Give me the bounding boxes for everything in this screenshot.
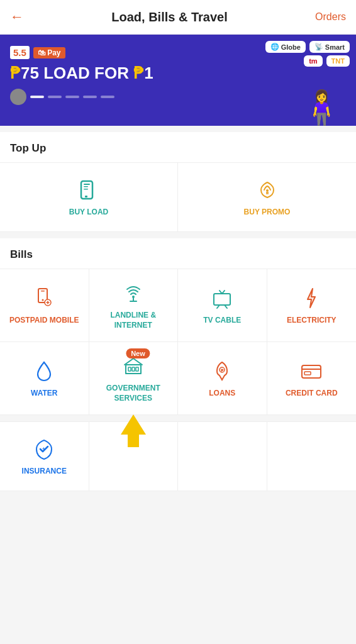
new-badge: New [126,348,150,358]
orders-button[interactable]: Orders [315,11,346,23]
svg-rect-24 [136,367,138,371]
svg-rect-3 [84,189,88,190]
tv-cable-icon [209,286,235,311]
loans-item[interactable]: ₱ LOANS [178,342,267,415]
buy-promo-icon [255,177,280,203]
government-services-item[interactable]: New GOVERNMENT SERVICES [89,342,179,415]
arrow-indicator [121,414,146,447]
header: ← Load, Bills & Travel Orders [0,0,356,35]
svg-rect-4 [85,196,87,197]
electricity-item[interactable]: ELECTRICITY [267,269,357,342]
postpaid-mobile-item[interactable]: POSTPAID MOBILE [0,269,89,342]
bills-grid: POSTPAID MOBILE LANDLINE & INTERNET TV [0,269,356,415]
top-up-grid: BUY LOAD BUY PROMO [0,162,356,232]
page-title: Load, Bills & Travel [111,10,228,25]
insurance-item[interactable]: + INSURANCE [0,422,89,491]
sale-tag: 5.5 [10,46,30,59]
buy-promo-item[interactable]: BUY PROMO [178,163,356,232]
landline-internet-item[interactable]: LANDLINE & INTERNET [89,269,179,342]
top-up-title: Top Up [0,142,356,162]
svg-rect-30 [304,372,311,375]
insurance-label: INSURANCE [22,467,67,477]
credit-card-item[interactable]: CREDIT CARD [267,342,357,415]
insurance-icon: + [31,436,57,462]
dot-5 [101,96,114,98]
government-label: GOVERNMENT SERVICES [94,384,173,403]
tv-cable-label: TV CABLE [203,316,241,326]
postpaid-icon [31,286,57,311]
promo-text: ₱75 LOAD FOR ₱1 [10,64,346,82]
dot-1 [30,96,44,98]
back-button[interactable]: ← [10,9,24,25]
water-item[interactable]: WATER [0,342,89,415]
svg-point-11 [42,299,44,301]
empty-cell-2 [178,422,267,491]
banner-avatar [10,89,26,105]
banner-dots [10,89,346,105]
svg-rect-22 [128,367,131,371]
promo-banner[interactable]: 5.5 🛍 Pay ₱75 LOAD FOR ₱1 🌐 Globe 📡 Smar… [0,35,356,126]
bills-section: Bills POSTPAID MOBILE [0,238,356,415]
svg-rect-23 [132,367,135,371]
credit-card-icon [299,358,324,384]
top-up-section: Top Up BUY LOAD BUY PROMO [0,132,356,232]
svg-text:+: + [42,446,45,452]
bills-title: Bills [0,248,356,269]
svg-rect-18 [214,294,230,305]
loans-label: LOANS [209,389,235,399]
landline-icon [121,280,146,306]
postpaid-label: POSTPAID MOBILE [9,316,79,326]
tv-cable-item[interactable]: TV CABLE [178,269,267,342]
svg-rect-2 [84,186,88,187]
credit-card-label: CREDIT CARD [286,389,338,399]
banner-illustration: 🧍‍♀️ [300,91,343,126]
insurance-grid: + INSURANCE [0,421,356,491]
electricity-label: ELECTRICITY [287,316,337,326]
empty-cell-3 [267,422,357,491]
insurance-section: + INSURANCE [0,421,356,491]
landline-label: LANDLINE & INTERNET [94,311,173,330]
buy-load-label: BUY LOAD [69,208,108,218]
loans-icon: ₱ [209,358,235,384]
svg-rect-10 [41,291,45,292]
brand-logos: 🌐 Globe 📡 Smart tm TNT [265,41,350,67]
buy-load-item[interactable]: BUY LOAD [0,163,178,232]
buy-load-icon [76,177,101,203]
buy-promo-label: BUY PROMO [244,208,291,218]
electricity-icon [299,286,324,311]
dot-3 [65,96,79,98]
pay-tag: 🛍 Pay [33,47,65,58]
svg-point-5 [266,189,269,192]
dot-2 [48,96,62,98]
water-icon [31,358,57,384]
water-label: WATER [31,389,57,399]
svg-rect-1 [84,184,90,185]
dot-4 [83,96,97,98]
